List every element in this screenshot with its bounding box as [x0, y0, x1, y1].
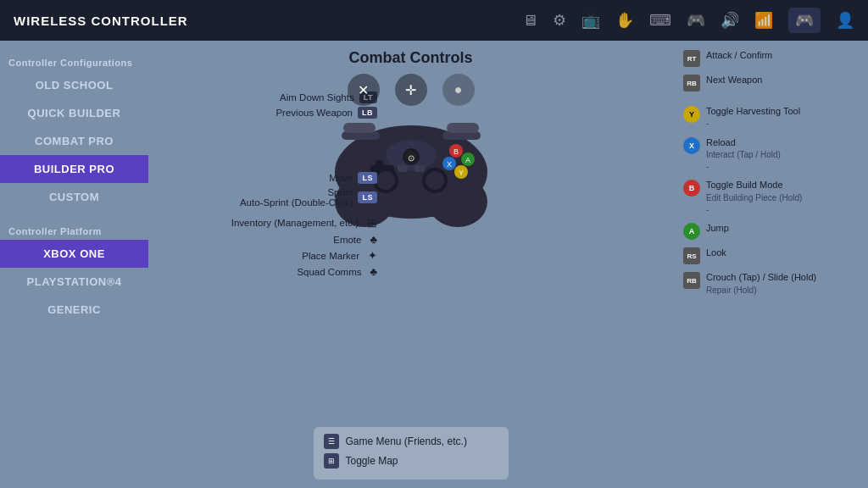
platform-section-label: Controller Platform [0, 219, 148, 240]
gear-icon[interactable]: ⚙ [553, 11, 566, 30]
toggle-map-label: Toggle Map [346, 455, 398, 467]
move-row: Move LS [148, 172, 377, 184]
crosshair-icon: ✕ [348, 74, 380, 106]
look-text: Look [706, 247, 726, 258]
controller-icon[interactable]: 🎮 [788, 8, 821, 33]
gamepad2-icon[interactable]: 🎮 [687, 11, 705, 30]
squad-comms-label: Squad Comms [297, 267, 361, 277]
b-badge: B [683, 180, 700, 197]
harvesting-text: Toggle Harvesting Tool - [706, 105, 800, 130]
comms-icon: ♣ [370, 265, 377, 278]
y-badge: Y [683, 106, 700, 123]
svg-text:Y: Y [458, 169, 463, 177]
place-marker-label: Place Marker [302, 251, 359, 261]
crouch-action: RB Crouch (Tap) / Slide (Hold) Repair (H… [683, 271, 858, 296]
svg-text:B: B [453, 147, 458, 156]
sidebar-item-quick-builder[interactable]: QUICK BUILDER [0, 99, 148, 127]
rb-badge: RB [683, 75, 700, 92]
emote-row: Emote ♣ [148, 233, 377, 246]
attack-confirm-text: Attack / Confirm [706, 49, 772, 61]
build-mode-text: Toggle Build Mode Edit Building Piece (H… [706, 179, 802, 215]
rt-badge: RT [683, 50, 700, 67]
emote-label: Emote [333, 235, 361, 245]
svg-point-14 [376, 171, 395, 190]
next-weapon-action: RB Next Weapon [683, 74, 858, 92]
svg-rect-6 [343, 123, 376, 133]
combat-title: Combat Controls [318, 49, 504, 67]
next-weapon-text: Next Weapon [706, 74, 762, 86]
attack-confirm-action: RT Attack / Confirm [683, 49, 858, 67]
touch-icon[interactable]: ✋ [615, 11, 634, 30]
bottom-info: ☰ Game Menu (Friends, etc.) ⊞ Toggle Map [314, 427, 509, 480]
x-badge: X [683, 137, 700, 154]
sidebar-item-generic[interactable]: GENERIC [0, 296, 148, 324]
sidebar: Controller Configurations OLD SCHOOL QUI… [0, 41, 148, 488]
harvesting-tool-action: Y Toggle Harvesting Tool - [683, 105, 858, 130]
emote-icon: ♣ [370, 233, 377, 246]
main-content: Controller Configurations OLD SCHOOL QUI… [0, 41, 868, 488]
move-label: Move [329, 173, 353, 183]
menu-icon: ☰ [324, 434, 339, 449]
nav-icons: 🖥 ⚙ 📺 ✋ ⌨ 🎮 🔊 📶 🎮 👤 [522, 8, 854, 33]
topbar: WIRELESS CONTROLLER 🖥 ⚙ 📺 ✋ ⌨ 🎮 🔊 📶 🎮 👤 [0, 0, 868, 41]
right-panel: RT Attack / Confirm RB Next Weapon Y Tog… [673, 41, 868, 488]
svg-rect-25 [398, 165, 408, 172]
monitor-icon[interactable]: 🖥 [522, 12, 537, 30]
place-marker-row: Place Marker ✦ [148, 249, 377, 262]
sidebar-item-old-school[interactable]: OLD SCHOOL [0, 71, 148, 99]
inventory-icon: ⊞ [367, 216, 377, 230]
sidebar-item-builder-pro[interactable]: BUILDER PRO [0, 155, 148, 183]
rb2-badge: RB [683, 272, 700, 289]
svg-text:A: A [465, 156, 470, 164]
svg-text:⊙: ⊙ [408, 153, 415, 163]
map-icon: ⊞ [324, 453, 339, 469]
svg-rect-7 [447, 123, 479, 133]
svg-rect-26 [415, 165, 425, 172]
sidebar-item-combat-pro[interactable]: COMBAT PRO [0, 127, 148, 155]
crouch-text: Crouch (Tap) / Slide (Hold) Repair (Hold… [706, 271, 816, 296]
middle-controls: Move LS SprintAuto-Sprint (Double-Click)… [148, 172, 377, 281]
keyboard-icon[interactable]: ⌨ [649, 11, 671, 30]
sidebar-item-ps4[interactable]: PLAYSTATION®4 [0, 268, 148, 296]
build-mode-action: B Toggle Build Mode Edit Building Piece … [683, 179, 858, 215]
button-icons-row: ✕ ✛ ● [318, 74, 504, 106]
svg-point-16 [426, 171, 444, 190]
profile-icon[interactable]: 👤 [836, 11, 854, 30]
move-icon: ✛ [395, 74, 427, 106]
game-menu-label: Game Menu (Friends, etc.) [346, 435, 467, 447]
sidebar-item-xbox[interactable]: XBOX ONE [0, 240, 148, 268]
sidebar-item-custom[interactable]: CUSTOM [0, 183, 148, 211]
center-panel: Aim Down Sights LT Previous Weapon LB Co… [148, 41, 673, 488]
toggle-map-row: ⊞ Toggle Map [324, 453, 498, 469]
circle-icon: ● [442, 74, 475, 106]
look-action: RS Look [683, 247, 858, 264]
sprint-label: SprintAuto-Sprint (Double-Click) [240, 187, 353, 208]
jump-action: A Jump [683, 222, 858, 240]
sprint-row: SprintAuto-Sprint (Double-Click) LS [148, 187, 377, 208]
rs-badge: RS [683, 247, 700, 264]
inventory-row: Inventory (Management, etc.) ⊞ [148, 216, 377, 230]
reload-text: Reload Interact (Tap / Hold) - [706, 136, 781, 173]
a-badge: A [683, 223, 700, 240]
network-icon[interactable]: 📶 [754, 11, 773, 30]
ls2-badge: LS [358, 191, 377, 203]
marker-icon: ✦ [368, 249, 377, 262]
config-section-label: Controller Configurations [0, 51, 148, 71]
ls-badge: LS [358, 172, 377, 184]
inventory-label: Inventory (Management, etc.) [231, 218, 359, 228]
display-icon[interactable]: 📺 [581, 11, 600, 30]
speaker-icon[interactable]: 🔊 [721, 11, 739, 30]
topbar-title: WIRELESS CONTROLLER [14, 14, 188, 28]
game-menu-row: ☰ Game Menu (Friends, etc.) [324, 434, 498, 449]
jump-text: Jump [706, 222, 729, 234]
svg-text:X: X [446, 160, 451, 169]
reload-action: X Reload Interact (Tap / Hold) - [683, 136, 858, 173]
squad-comms-row: Squad Comms ♣ [148, 265, 377, 278]
